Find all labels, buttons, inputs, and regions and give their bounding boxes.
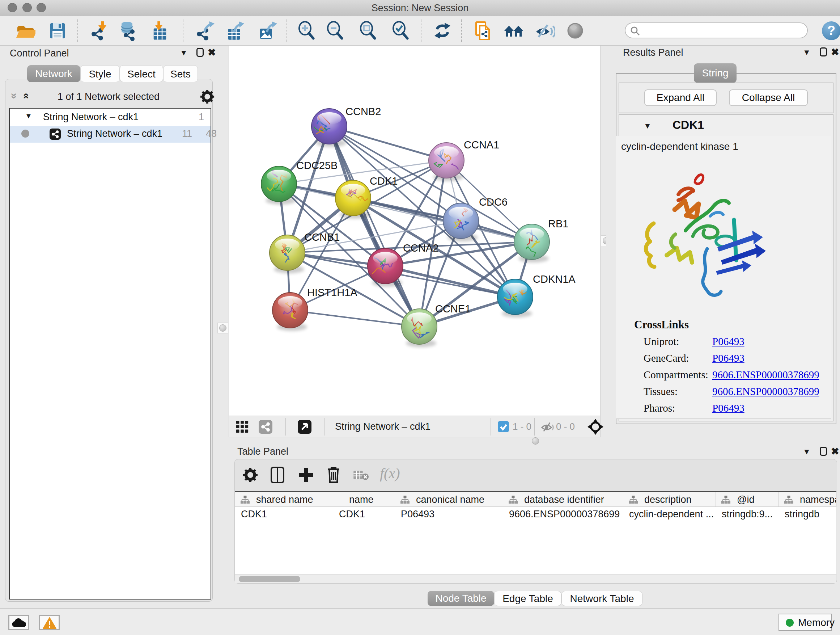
horizontal-splitter[interactable] [229,437,600,445]
separator [286,418,286,435]
cloud-button[interactable] [8,615,29,630]
splitter-grip[interactable] [532,437,539,445]
table-header: shared namenamecanonical namedatabase id… [235,491,836,507]
cell[interactable]: cyclin-dependent ... [623,507,716,523]
zoom-out-icon[interactable] [325,21,345,41]
column-label: shared name [256,492,313,507]
clone-network-icon[interactable] [472,21,493,41]
crosslink-link[interactable]: P06493 [712,336,745,348]
export-image-icon[interactable] [257,21,277,41]
table-row[interactable]: CDK1CDK1P064939606.ENSP00000378699cyclin… [235,507,836,523]
splitter-grip[interactable] [219,325,226,332]
maximize-panel-icon[interactable] [196,48,204,57]
search-icon [630,26,641,36]
column-header-canonical-name[interactable]: canonical name [395,492,503,507]
column-header-description[interactable]: description [623,492,716,507]
crosslink-link[interactable]: P06493 [712,352,745,364]
crosslink-row: Pharos:P06493 [619,401,834,417]
zoom-fit-icon[interactable] [358,21,378,41]
tab-node-table[interactable]: Node Table [428,591,494,606]
scrollbar-thumb[interactable] [239,576,300,582]
import-network-file-icon[interactable] [90,21,110,41]
birds-eye-view-icon[interactable] [565,21,585,41]
network-collection-row[interactable]: ▼ String Network – cdk1 1 [10,109,210,126]
cell[interactable]: stringdb [779,507,836,523]
close-panel-icon[interactable]: ✖ [831,46,839,58]
help-button[interactable]: ? [822,21,840,40]
close-panel-icon[interactable]: ✖ [831,446,839,457]
delete-column-icon[interactable] [327,466,340,483]
cell[interactable]: 9606.ENSP00000378699 [503,507,623,523]
cell[interactable]: CDK1 [235,507,333,523]
function-builder-icon[interactable]: f(x) [380,465,400,482]
column-header-database-identifier[interactable]: database identifier [503,492,623,507]
float-panel-icon[interactable]: ▼ [180,48,188,57]
column-header--id[interactable]: @id [716,492,779,507]
column-header-name[interactable]: name [333,492,395,507]
cell[interactable]: P06493 [395,507,503,523]
apply-layout-icon[interactable] [432,21,453,41]
expand-all-button[interactable]: Expand All [644,89,717,106]
import-table-file-icon[interactable] [149,21,169,41]
float-panel-icon[interactable]: ▼ [803,447,811,456]
maximize-panel-icon[interactable] [820,48,827,57]
tab-select[interactable]: Select [120,65,163,82]
network-selection-status: 1 of 1 Network selected [43,91,174,103]
column-header-namespac[interactable]: namespac [779,492,836,507]
maximize-panel-icon[interactable] [820,447,827,456]
tab-sets[interactable]: Sets [163,65,198,82]
hide-graphics-details-icon[interactable] [535,21,555,41]
node-label-CCNE1: CCNE1 [435,303,471,315]
control-panel: Control Panel ▼ ✖ NetworkStyleSelectSets… [0,46,216,608]
cell[interactable]: stringdb:9... [716,507,779,523]
collapse-collection-icon[interactable]: ▼ [25,112,32,120]
left-splitter[interactable] [216,46,229,608]
add-column-icon[interactable] [299,467,313,483]
search-input[interactable] [644,24,805,37]
show-columns-icon[interactable] [270,466,285,484]
import-network-database-icon[interactable] [118,21,138,41]
close-panel-icon[interactable]: ✖ [208,47,216,58]
crosslink-link[interactable]: 9606.ENSP00000378699 [712,386,819,397]
tab-network-table[interactable]: Network Table [561,591,643,606]
table-hscrollbar[interactable] [235,575,836,583]
selected-checkbox-icon[interactable] [498,421,509,432]
hidden-eye-slash-icon[interactable] [541,420,555,434]
collapse-all-networks-icon[interactable]: » [8,93,21,99]
expand-all-networks-icon[interactable]: « [21,93,33,99]
collapse-all-button[interactable]: Collapse All [729,89,808,106]
houses-icon[interactable] [504,21,524,41]
cell[interactable]: CDK1 [333,507,395,523]
save-session-icon[interactable] [47,21,68,41]
node-description: cyclin-dependent kinase 1 [621,141,738,152]
gear-icon[interactable] [200,89,215,104]
grid-view-icon[interactable] [235,420,249,434]
network-view-icon[interactable] [259,420,272,434]
tab-edge-table[interactable]: Edge Table [494,591,561,606]
crosslink-link[interactable]: 9606.ENSP00000378699 [712,369,819,381]
tab-style[interactable]: Style [80,65,120,82]
column-type-icon [721,495,731,504]
expand-collapse-bar: Expand All Collapse All [619,82,834,113]
network-row[interactable]: String Network – cdk1 11 48 [10,126,210,143]
memory-button[interactable]: Memory [778,614,832,631]
export-table-icon[interactable] [225,21,245,41]
tab-string[interactable]: String [694,63,737,83]
gear-icon[interactable] [242,467,258,483]
open-session-icon[interactable] [15,21,35,41]
column-header-shared-name[interactable]: shared name [235,492,333,507]
detach-view-icon[interactable] [298,420,311,434]
collapse-section-icon[interactable]: ▼ [644,121,652,131]
zoom-selected-icon[interactable] [390,21,411,41]
network-canvas[interactable]: CCNB2CCNA1CDC25BCDK1CDC6RB1CCNB1CCNA2CDK… [229,46,600,416]
float-panel-icon[interactable]: ▼ [803,48,811,57]
crosslink-link[interactable]: P06493 [712,402,745,414]
warning-button[interactable] [39,615,60,630]
node-label-CCNA2: CCNA2 [403,242,439,254]
edge-HIST1H1A-CCNE1[interactable] [290,310,419,326]
node-label-CDKN1A: CDKN1A [533,273,576,285]
tab-network[interactable]: Network [27,65,80,82]
zoom-in-icon[interactable] [296,21,317,41]
export-network-icon[interactable] [195,21,215,41]
delete-table-icon[interactable] [353,470,369,481]
